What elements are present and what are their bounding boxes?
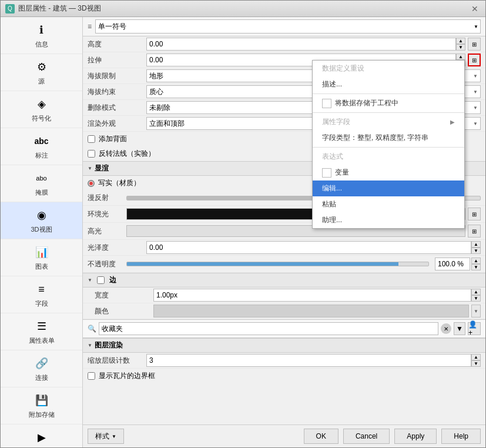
sidebar-item-mask[interactable]: abo 掩膜 [1, 165, 82, 202]
sidebar-item-source[interactable]: ⚙ 源 [1, 54, 82, 91]
flip-normals-checkbox[interactable] [88, 150, 95, 158]
border-width-spin-down[interactable]: ▼ [471, 295, 481, 302]
attrform-icon: ☰ [33, 318, 50, 335]
height-label: 高度 [88, 39, 146, 49]
scale-count-spin-up[interactable]: ▲ [471, 354, 481, 360]
sidebar-label-label: 标注 [35, 151, 48, 160]
gloss-spin-down[interactable]: ▼ [471, 248, 481, 254]
height-input[interactable] [146, 38, 456, 51]
symbol-type-select[interactable]: 单一符号 [95, 19, 481, 34]
menu-item-assistant[interactable]: 助理... [313, 212, 464, 228]
context-menu: 数据定义重设 描述... 将数据存储于工程中 属性字段 ▶ [312, 60, 465, 229]
sidebar-item-action[interactable]: ▶ 动作 [1, 424, 82, 447]
search-clear-btn[interactable]: ✕ [441, 323, 451, 334]
gloss-label: 光泽度 [88, 243, 146, 253]
content-area: ≡ 单一符号 ▼ 高度 ▲ [83, 17, 485, 447]
border-checkbox[interactable] [97, 276, 105, 284]
menu-item-variable[interactable]: 变量 [313, 165, 464, 180]
gloss-input[interactable] [146, 241, 471, 254]
show-tile-label: 显示瓦片的边界框 [99, 371, 155, 381]
search-add-btn[interactable]: 👤+ [468, 322, 481, 335]
opacity-input[interactable] [435, 258, 470, 270]
border-color-row: 颜色 ▼ [83, 303, 485, 319]
sidebar-item-attrform[interactable]: ☰ 属性表单 [1, 313, 82, 350]
source-icon: ⚙ [33, 59, 50, 75]
ok-button[interactable]: OK [304, 429, 338, 444]
height-copy-btn[interactable]: ⊞ [468, 38, 481, 51]
apply-button[interactable]: Apply [394, 429, 437, 444]
menu-item-reset-label: 数据定义重设 [322, 63, 455, 73]
altitude-limit-label: 海拔限制 [88, 71, 146, 81]
opacity-label: 不透明度 [88, 259, 123, 269]
show-tile-checkbox-row: 显示瓦片的边界框 [83, 369, 485, 383]
opacity-spin-up[interactable]: ▲ [471, 258, 481, 264]
action-icon: ▶ [33, 429, 50, 446]
sidebar-item-3dview[interactable]: ◉ 3D视图 [1, 202, 82, 239]
highlight-copy-btn[interactable]: ⊞ [468, 225, 481, 238]
border-color-swatch[interactable] [153, 305, 469, 317]
highlight-label: 高光 [88, 226, 123, 236]
render-style-label: 写实（材质） [98, 178, 140, 188]
menu-item-paste[interactable]: 粘贴 [313, 196, 464, 212]
help-button[interactable]: Help [441, 429, 481, 444]
border-width-spin-up[interactable]: ▲ [471, 289, 481, 295]
altitude-constrain-text: 质心 [149, 87, 163, 97]
label-icon: abc [33, 133, 50, 149]
render-style-radio[interactable] [88, 180, 95, 187]
sidebar-item-label[interactable]: abc 标注 [1, 128, 82, 165]
render-appearance-arrow: ▼ [473, 121, 478, 126]
opacity-spin-down[interactable]: ▼ [471, 264, 481, 270]
border-color-value: ▼ [153, 305, 481, 317]
sidebar-item-connect[interactable]: 🔗 连接 [1, 350, 82, 387]
menu-separator-3 [313, 147, 464, 148]
menu-item-edit-label: 编辑... [322, 183, 455, 193]
opacity-value-wrap: ▲ ▼ [435, 258, 481, 270]
menu-item-edit[interactable]: 编辑... [313, 180, 464, 196]
opacity-fill [127, 262, 398, 266]
sidebar-item-info[interactable]: ℹ 信息 [1, 17, 82, 54]
search-dropdown-btn[interactable]: ▼ [454, 322, 465, 335]
altitude-limit-text: 地形 [149, 71, 163, 81]
sidebar-label-fields: 字段 [35, 299, 48, 308]
scale-count-input[interactable] [146, 354, 471, 367]
style-button[interactable]: 样式 ▼ [88, 429, 124, 444]
symbol-type-select-wrap: 单一符号 ▼ [95, 19, 481, 34]
cancel-button[interactable]: Cancel [343, 429, 390, 444]
close-button[interactable]: ✕ [469, 3, 481, 15]
search-input[interactable] [99, 322, 438, 335]
info-icon: ℹ [33, 22, 50, 38]
border-triangle-icon: ▼ [88, 278, 92, 283]
cull-mode-arrow: ▼ [473, 105, 478, 111]
show-tile-checkbox[interactable] [88, 372, 95, 380]
opacity-spin: ▲ ▼ [471, 258, 481, 270]
stretch-spin-up[interactable]: ▲ [456, 54, 465, 60]
menu-item-store[interactable]: 将数据存储于工程中 [313, 95, 464, 111]
border-width-input[interactable] [153, 289, 471, 302]
ambient-copy-btn[interactable]: ⊞ [468, 208, 481, 220]
gloss-spin-up[interactable]: ▲ [471, 241, 481, 248]
add-backface-checkbox[interactable] [88, 135, 95, 143]
attr-field-header-label: 属性字段 [322, 117, 447, 127]
border-width-row: 宽度 ▲ ▼ [83, 287, 485, 303]
height-spin-up[interactable]: ▲ [456, 38, 465, 44]
gloss-input-wrap: ▲ ▼ [146, 241, 481, 254]
mask-icon: abo [33, 170, 50, 186]
sidebar-item-chart[interactable]: 📊 图表 [1, 239, 82, 276]
window-title: 图层属性 - 建筑 — 3D视图 [18, 4, 465, 14]
menu-separator-1 [313, 93, 464, 94]
altitude-limit-arrow: ▼ [473, 73, 478, 79]
sidebar-item-symbolize[interactable]: ◈ 符号化 [1, 91, 82, 128]
sidebar-label-info: 信息 [35, 40, 48, 49]
scale-count-spin: ▲ ▼ [471, 354, 481, 367]
menu-item-describe[interactable]: 描述... [313, 76, 464, 92]
stretch-copy-btn[interactable]: ⊞ [468, 54, 481, 66]
border-color-arrow[interactable]: ▼ [471, 305, 481, 317]
height-value: ▲ ▼ ⊞ [146, 38, 481, 51]
sidebar-item-fields[interactable]: ≡ 字段 [1, 276, 82, 313]
menu-item-field-type[interactable]: 字段类型：整型, 双精度型, 字符串 [313, 130, 464, 146]
scale-count-spin-down[interactable]: ▼ [471, 360, 481, 367]
layer-render-section-label: 图层渲染 [95, 340, 123, 350]
menu-item-assistant-label: 助理... [322, 215, 455, 225]
height-spin-down[interactable]: ▼ [456, 44, 465, 51]
sidebar-item-storage[interactable]: 💾 附加存储 [1, 387, 82, 424]
